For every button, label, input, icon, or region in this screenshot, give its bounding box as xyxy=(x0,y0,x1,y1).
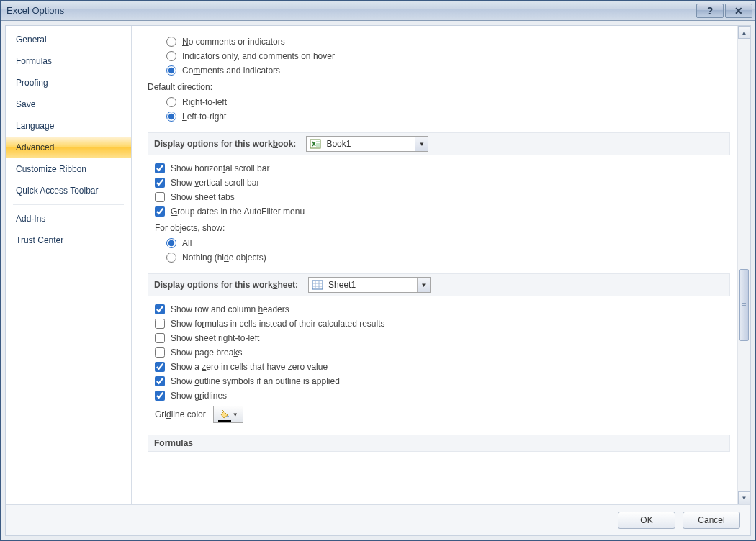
radio-label: Comments and indicators xyxy=(182,65,280,76)
sidebar-item-proofing[interactable]: Proofing xyxy=(6,72,131,94)
checkbox-input[interactable] xyxy=(155,163,165,173)
checkbox-input[interactable] xyxy=(155,178,165,188)
sidebar-item-formulas[interactable]: Formulas xyxy=(6,50,131,72)
main-pane: No comments or indicators Indicators onl… xyxy=(132,26,750,504)
sidebar-item-general[interactable]: General xyxy=(6,29,131,50)
sidebar-item-quick-access-toolbar[interactable]: Quick Access Toolbar xyxy=(6,180,131,201)
radio-input[interactable] xyxy=(166,112,176,122)
workbook-selector[interactable]: Book1 ▼ xyxy=(306,136,428,152)
radio-input[interactable] xyxy=(166,97,176,107)
svg-rect-4 xyxy=(312,281,323,289)
sidebar-item-advanced[interactable]: Advanced xyxy=(6,137,131,158)
sidebar-item-label: Quick Access Toolbar xyxy=(16,186,99,196)
sidebar-item-label: Language xyxy=(16,121,54,131)
vertical-scrollbar[interactable]: ▲ ▼ xyxy=(737,26,750,504)
checkbox-label: Show gridlines xyxy=(171,391,227,401)
radio-input[interactable] xyxy=(166,51,176,61)
check-page-breaks[interactable]: Show page breaks xyxy=(148,345,730,360)
check-outline-symbols[interactable]: Show outline symbols if an outline is ap… xyxy=(148,374,730,388)
sidebar-item-trust-center[interactable]: Trust Center xyxy=(6,229,131,251)
radio-input[interactable] xyxy=(166,238,176,248)
radio-input[interactable] xyxy=(166,253,176,263)
radio-label: Right-to-left xyxy=(182,97,227,107)
radio-label: All xyxy=(182,238,192,248)
radio-input[interactable] xyxy=(166,65,176,76)
worksheet-selector[interactable]: Sheet1 ▼ xyxy=(308,277,431,293)
excel-workbook-icon xyxy=(309,137,322,150)
check-show-formulas[interactable]: Show formulas in cells instead of their … xyxy=(148,317,730,331)
title-buttons: ? ✕ xyxy=(696,4,752,18)
sidebar-item-label: Add-Ins xyxy=(16,214,45,224)
checkbox-input[interactable] xyxy=(155,206,165,217)
radio-indicators-only[interactable]: Indicators only, and comments on hover xyxy=(148,49,730,63)
check-sheet-rtl[interactable]: Show sheet right-to-left xyxy=(148,331,730,345)
workbook-section-title: Display options for this workbook: xyxy=(154,139,296,149)
category-sidebar: General Formulas Proofing Save Language … xyxy=(6,26,132,504)
checkbox-label: Show row and column headers xyxy=(171,304,289,314)
sidebar-item-customize-ribbon[interactable]: Customize Ribbon xyxy=(6,158,131,180)
checkbox-input[interactable] xyxy=(155,376,165,386)
checkbox-input[interactable] xyxy=(155,304,165,314)
check-horizontal-scroll[interactable]: Show horizontal scroll bar xyxy=(148,161,730,176)
formulas-section-title: Formulas xyxy=(154,438,193,448)
checkbox-input[interactable] xyxy=(155,319,165,329)
sidebar-item-label: General xyxy=(16,35,47,45)
scrollbar-thumb[interactable] xyxy=(739,269,749,341)
scroll-down-button[interactable]: ▼ xyxy=(738,491,750,504)
radio-label: Nothing (hide objects) xyxy=(182,253,266,263)
ok-button[interactable]: OK xyxy=(618,512,675,529)
checkbox-input[interactable] xyxy=(155,192,165,202)
chevron-down-icon[interactable]: ▼ xyxy=(417,278,430,292)
check-row-col-headers[interactable]: Show row and column headers xyxy=(148,302,730,317)
checkbox-label: Show formulas in cells instead of their … xyxy=(171,319,384,329)
radio-label: No comments or indicators xyxy=(182,37,285,47)
scroll-up-button[interactable]: ▲ xyxy=(738,26,750,39)
checkbox-label: Show sheet right-to-left xyxy=(171,333,259,343)
check-vertical-scroll[interactable]: Show vertical scroll bar xyxy=(148,176,730,190)
radio-comments-and-indicators[interactable]: Comments and indicators xyxy=(148,63,730,78)
radio-label: Left-to-right xyxy=(182,112,226,122)
workbook-selector-value: Book1 xyxy=(323,139,415,149)
radio-label: Indicators only, and comments on hover xyxy=(182,51,335,61)
svg-rect-2 xyxy=(316,143,320,145)
radio-objects-nothing[interactable]: Nothing (hide objects) xyxy=(148,250,730,265)
fill-color-icon xyxy=(218,409,230,419)
worksheet-icon xyxy=(311,278,324,291)
radio-input[interactable] xyxy=(166,37,176,47)
check-zero-values[interactable]: Show a zero in cells that have zero valu… xyxy=(148,360,730,374)
radio-left-to-right[interactable]: Left-to-right xyxy=(148,109,730,124)
radio-objects-all[interactable]: All xyxy=(148,236,730,250)
sidebar-item-addins[interactable]: Add-Ins xyxy=(6,208,131,229)
cancel-button[interactable]: Cancel xyxy=(683,512,740,529)
checkbox-label: Group dates in the AutoFilter menu xyxy=(171,206,305,217)
title-bar: Excel Options ? ✕ xyxy=(1,1,755,21)
svg-rect-3 xyxy=(316,145,320,147)
sidebar-item-label: Advanced xyxy=(16,142,54,153)
gridline-color-picker[interactable]: ▼ xyxy=(213,406,243,423)
checkbox-input[interactable] xyxy=(155,333,165,343)
radio-right-to-left[interactable]: Right-to-left xyxy=(148,95,730,109)
dialog-footer: OK Cancel xyxy=(6,505,750,535)
sidebar-item-save[interactable]: Save xyxy=(6,94,131,115)
help-button[interactable]: ? xyxy=(696,4,724,18)
checkbox-label: Show vertical scroll bar xyxy=(171,178,259,188)
check-group-dates[interactable]: Group dates in the AutoFilter menu xyxy=(148,204,730,219)
sidebar-separator xyxy=(13,204,124,205)
checkbox-label: Show sheet tabs xyxy=(171,192,235,202)
check-gridlines[interactable]: Show gridlines xyxy=(148,388,730,403)
formulas-section: Formulas xyxy=(148,435,730,452)
sidebar-item-label: Save xyxy=(16,99,35,109)
sidebar-item-language[interactable]: Language xyxy=(6,115,131,137)
chevron-down-icon[interactable]: ▼ xyxy=(415,137,428,151)
radio-no-comments[interactable]: No comments or indicators xyxy=(148,35,730,49)
checkbox-input[interactable] xyxy=(155,362,165,372)
scrollbar-track[interactable] xyxy=(738,39,750,491)
gridline-color-label: Gridline color xyxy=(155,409,206,419)
checkbox-input[interactable] xyxy=(155,347,165,358)
check-sheet-tabs[interactable]: Show sheet tabs xyxy=(148,190,730,204)
options-scroll-area: No comments or indicators Indicators onl… xyxy=(132,26,736,504)
close-button[interactable]: ✕ xyxy=(725,4,752,18)
checkbox-input[interactable] xyxy=(155,391,165,401)
objects-label: For objects, show: xyxy=(148,219,730,236)
window-title: Excel Options xyxy=(6,5,696,16)
